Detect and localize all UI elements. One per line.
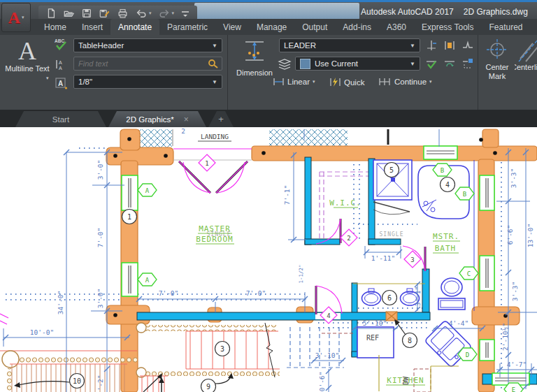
svg-text:3'-10": 3'-10" xyxy=(315,351,339,359)
chevron-down-icon[interactable]: ▼ xyxy=(410,61,415,67)
svg-text:A: A xyxy=(58,80,63,87)
layers-icon xyxy=(277,57,292,70)
dim-layer-value: Use Current xyxy=(315,59,358,68)
start-tab-label: Start xyxy=(52,115,69,124)
app-logo-button[interactable]: A ▾ xyxy=(1,3,31,32)
layer-color-swatch xyxy=(300,59,310,69)
svg-text:3'-0": 3'-0" xyxy=(96,289,104,309)
file-tab-start[interactable]: Start xyxy=(15,111,106,127)
dim-reassociate-icon[interactable] xyxy=(461,57,474,70)
text-height-icon[interactable]: A xyxy=(53,77,69,90)
svg-text:A: A xyxy=(59,60,62,65)
svg-text:1'-11": 1'-11" xyxy=(371,254,395,262)
svg-text:3: 3 xyxy=(410,256,414,263)
tab-home[interactable]: Home xyxy=(36,19,74,35)
linear-icon xyxy=(273,77,285,87)
chevron-down-icon[interactable]: ▼ xyxy=(212,43,217,49)
svg-text:MSTR.: MSTR. xyxy=(433,232,459,241)
quick-dimension-label: Quick xyxy=(344,78,364,87)
save-as-icon[interactable] xyxy=(99,8,110,19)
multiline-text-button[interactable]: A Multiline Text xyxy=(4,38,50,73)
centerline-button[interactable]: Centerline xyxy=(515,38,537,72)
autocad-window: ▾ ▾ Autodesk AutoCAD 20172D Graphics.dwg… xyxy=(0,0,537,392)
spell-check-icon[interactable]: ABC xyxy=(53,38,69,51)
svg-text:4: 4 xyxy=(327,312,330,319)
undo-dropdown-icon[interactable]: ▾ xyxy=(149,10,152,16)
tab-a360[interactable]: A360 xyxy=(379,19,414,35)
redo-button[interactable]: ▾ xyxy=(158,8,175,19)
chevron-down-icon[interactable]: ▼ xyxy=(212,79,217,85)
tab-parametric[interactable]: Parametric xyxy=(159,19,215,35)
tab-featured[interactable]: Featured xyxy=(482,19,531,35)
svg-text:1: 1 xyxy=(127,213,131,221)
dim-break-icon[interactable] xyxy=(425,39,438,52)
tab-view[interactable]: View xyxy=(215,19,249,35)
svg-text:7'-0": 7'-0" xyxy=(96,228,104,248)
svg-text:E: E xyxy=(512,386,515,392)
close-icon[interactable]: × xyxy=(184,115,189,124)
save-icon[interactable] xyxy=(81,8,92,19)
linear-dropdown-icon[interactable]: ▾ xyxy=(313,79,315,85)
tab-insert[interactable]: Insert xyxy=(74,19,110,35)
svg-text:A: A xyxy=(145,187,150,194)
svg-text:6'-6": 6'-6" xyxy=(506,225,514,245)
find-text-field[interactable] xyxy=(73,57,222,71)
svg-text:5: 5 xyxy=(389,166,394,174)
svg-text:3'-3": 3'-3" xyxy=(510,168,517,189)
text-style-combo[interactable]: TableHeader ▼ xyxy=(73,38,222,52)
svg-text:10: 10 xyxy=(73,377,81,385)
text-height-combo[interactable]: 1/8" ▼ xyxy=(73,75,222,89)
dim-style-combo[interactable]: LEADER ▼ xyxy=(279,38,420,52)
plot-icon[interactable] xyxy=(117,8,129,19)
svg-text:4: 4 xyxy=(445,181,450,189)
drawing-canvas[interactable]: 3'-0" 7'-0" 3'-0" 34'-0" 10'-0" '-2" 7'-… xyxy=(0,127,537,392)
multiline-text-dropdown-icon[interactable]: ▾ xyxy=(46,75,49,81)
quick-access-toolbar: ▾ ▾ xyxy=(38,6,197,20)
dim-check-icon[interactable] xyxy=(425,57,438,70)
chevron-down-icon[interactable]: ▼ xyxy=(410,43,415,49)
open-file-icon[interactable] xyxy=(63,8,75,19)
doc-tab-label: 2D Graphics* xyxy=(126,115,173,124)
find-search-icon[interactable] xyxy=(208,59,219,68)
svg-text:A: A xyxy=(59,66,62,71)
svg-text:5'-10": 5'-10" xyxy=(363,319,387,327)
center-mark-button[interactable]: Center Mark xyxy=(481,38,513,81)
find-replace-icon[interactable]: AA xyxy=(53,58,69,71)
svg-text:7'-0": 7'-0" xyxy=(246,289,266,297)
tab-add-ins[interactable]: Add-ins xyxy=(335,19,379,35)
undo-button[interactable]: ▾ xyxy=(135,8,152,19)
dimension-button[interactable]: Dimension xyxy=(234,39,275,78)
autocad-logo-icon: A xyxy=(8,9,20,26)
file-tab-bar: Start 2D Graphics* × + xyxy=(0,110,537,128)
qat-customize-icon[interactable] xyxy=(180,8,190,18)
svg-text:LANDING: LANDING xyxy=(201,133,229,140)
dim-jog-line-icon[interactable] xyxy=(461,39,474,52)
new-drawing-tab-button[interactable]: + xyxy=(208,111,234,127)
titlebar-highlight xyxy=(194,3,359,20)
continue-dropdown-icon[interactable]: ▾ xyxy=(429,79,432,85)
file-tab-2d-graphics[interactable]: 2D Graphics* × xyxy=(108,111,206,127)
quick-dimension-button[interactable]: Quick xyxy=(329,77,364,87)
find-text-input[interactable] xyxy=(77,59,208,68)
linear-button[interactable]: Linear ▾ xyxy=(273,77,315,87)
svg-text:4'-4": 4'-4" xyxy=(449,319,469,327)
deck xyxy=(0,351,137,392)
continue-button[interactable]: Continue ▾ xyxy=(378,77,432,87)
svg-text:8: 8 xyxy=(408,337,412,344)
app-title: Autodesk AutoCAD 2017 xyxy=(361,7,454,17)
tab-express-tools[interactable]: Express Tools xyxy=(414,19,481,35)
tab-output[interactable]: Output xyxy=(294,19,335,35)
dimension-icon xyxy=(243,39,266,68)
dimension-label: Dimension xyxy=(236,68,273,78)
tab-annotate[interactable]: Annotate xyxy=(110,19,159,35)
svg-text:2'-10½": 2'-10½" xyxy=(501,323,509,351)
quick-dimension-icon xyxy=(329,77,341,87)
dim-layer-combo[interactable]: Use Current ▼ xyxy=(295,57,420,71)
dim-update-icon[interactable] xyxy=(443,57,456,70)
redo-dropdown-icon[interactable]: ▾ xyxy=(172,10,175,16)
dim-adjust-space-icon[interactable] xyxy=(443,39,456,52)
new-file-icon[interactable] xyxy=(45,8,57,19)
tab-manage[interactable]: Manage xyxy=(249,19,294,35)
panel-text: A Multiline Text ▾ ABC AA A TableHeader … xyxy=(0,35,226,110)
ribbon: A Multiline Text ▾ ABC AA A TableHeader … xyxy=(0,35,537,110)
